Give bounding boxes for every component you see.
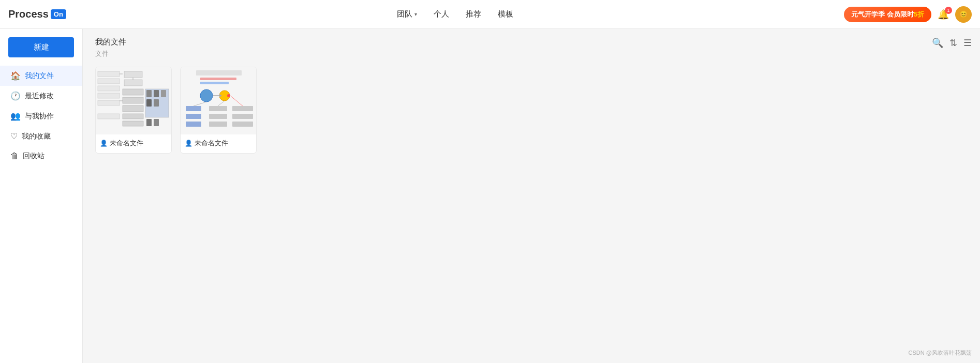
svg-rect-9 [123,89,143,95]
svg-rect-33 [186,106,201,111]
home-icon: 🏠 [10,71,21,81]
svg-rect-28 [200,82,229,84]
main-nav: 团队 ▾ 个人 推荐 模板 [397,9,513,19]
people-icon: 👥 [10,111,21,121]
svg-rect-10 [123,97,143,103]
sidebar-item-favorites[interactable]: ♡ 我的收藏 [0,126,82,146]
main-toolbar: 我的文件 🔍 ⇅ ☰ [95,37,968,47]
promo-button[interactable]: 元气开学季 会员限时5折 [844,7,931,22]
svg-rect-21 [146,119,152,126]
nav-item-template[interactable]: 模板 [498,9,513,19]
svg-point-29 [200,89,213,102]
sidebar-label-favorites: 我的收藏 [22,132,51,141]
promo-highlight: 5折 [914,10,924,18]
svg-rect-16 [146,99,152,107]
user-icon: 👤 [100,140,108,147]
svg-rect-8 [98,100,120,105]
svg-rect-34 [186,114,201,119]
sidebar-item-myfiles[interactable]: 🏠 我的文件 [0,66,82,86]
avatar-initial: 😊 [959,10,968,18]
file-preview-1 [96,67,171,134]
file-label-1: 未命名文件 [110,139,143,148]
nav-item-team[interactable]: 团队 ▾ [397,9,417,19]
sidebar: 新建 🏠 我的文件 🕐 最近修改 👥 与我协作 ♡ 我的收藏 🗑 回收站 [0,29,83,363]
file-name-1: 👤 未命名文件 [96,134,171,153]
header: Process On 团队 ▾ 个人 推荐 模板 元气开学季 会员限时5折 🔔 … [0,0,980,29]
svg-rect-2 [124,80,142,86]
svg-rect-7 [98,93,120,98]
nav-label-team: 团队 [397,9,412,19]
svg-rect-35 [186,122,201,127]
trash-icon: 🗑 [10,152,19,161]
svg-rect-17 [154,99,159,107]
svg-rect-11 [123,105,143,112]
file-name-2: 👤 未命名文件 [181,134,256,153]
promo-text: 元气开学季 会员限时 [851,10,914,18]
avatar[interactable]: 😊 [955,6,972,23]
svg-rect-22 [154,119,159,126]
user-icon-2: 👤 [185,140,192,147]
sidebar-item-recent[interactable]: 🕐 最近修改 [0,86,82,106]
search-icon[interactable]: 🔍 [932,37,943,49]
sort-icon[interactable]: ⇅ [949,37,957,49]
svg-rect-13 [146,90,152,97]
file-grid: 👤 未命名文件 [95,67,968,154]
nav-item-personal[interactable]: 个人 [434,9,449,19]
svg-rect-27 [200,78,236,80]
sidebar-label-recent: 最近修改 [25,92,54,101]
chevron-down-icon: ▾ [414,11,417,17]
svg-rect-1 [124,71,142,78]
clock-icon: 🕐 [10,91,21,101]
file-label-2: 未命名文件 [195,139,228,148]
logo-badge: On [51,9,66,19]
notification-badge: 1 [945,7,952,14]
main-content: 我的文件 🔍 ⇅ ☰ 文件 [83,29,980,363]
svg-rect-39 [232,106,253,111]
file-card[interactable]: 👤 未命名文件 [95,67,172,154]
logo-text: Process [8,8,49,20]
heart-icon: ♡ [10,131,18,141]
svg-rect-15 [161,90,166,97]
file-card-2[interactable]: 👤 未命名文件 [180,67,257,154]
notification-bell[interactable]: 🔔 1 [938,9,949,20]
file-preview-2 [181,67,256,134]
svg-rect-4 [98,71,120,77]
sidebar-label-shared: 与我协作 [25,112,54,121]
breadcrumb: 我的文件 [95,37,126,47]
svg-rect-6 [98,86,120,91]
svg-rect-20 [123,121,143,126]
svg-rect-5 [98,79,120,84]
logo[interactable]: Process On [8,8,66,20]
sidebar-item-shared[interactable]: 👥 与我协作 [0,106,82,126]
svg-rect-38 [209,122,227,127]
layout: 新建 🏠 我的文件 🕐 最近修改 👥 与我协作 ♡ 我的收藏 🗑 回收站 我的文… [0,29,980,363]
svg-rect-26 [196,70,242,75]
folder-label: 文件 [95,49,968,58]
sidebar-label-myfiles: 我的文件 [25,71,54,81]
new-button[interactable]: 新建 [8,37,74,57]
footer-watermark: CSDN @风吹落叶花飘荡 [909,349,972,357]
nav-label-personal: 个人 [434,9,449,19]
svg-rect-36 [209,106,227,111]
sidebar-item-trash[interactable]: 🗑 回收站 [0,146,82,166]
nav-label-recommend: 推荐 [466,9,481,19]
svg-rect-19 [123,114,143,119]
sidebar-label-trash: 回收站 [23,152,44,161]
toolbar-icons: 🔍 ⇅ ☰ [932,37,972,49]
svg-point-44 [227,94,230,97]
svg-rect-37 [209,114,227,119]
nav-item-recommend[interactable]: 推荐 [466,9,481,19]
svg-rect-14 [154,90,159,97]
header-right: 元气开学季 会员限时5折 🔔 1 😊 [844,6,972,23]
svg-rect-18 [98,114,120,119]
svg-rect-40 [232,114,253,119]
svg-rect-41 [232,122,253,127]
view-icon[interactable]: ☰ [963,37,972,49]
nav-label-template: 模板 [498,9,513,19]
